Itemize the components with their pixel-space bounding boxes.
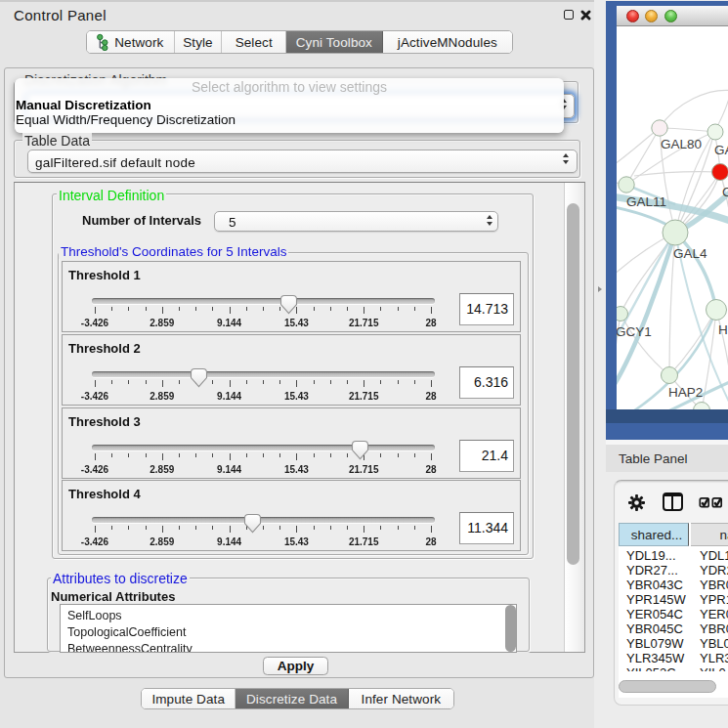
svg-text:GA: GA bbox=[714, 143, 728, 157]
svg-text:GAL4: GAL4 bbox=[673, 246, 707, 261]
svg-text:GCY1: GCY1 bbox=[617, 324, 652, 339]
svg-text:HAP2: HAP2 bbox=[668, 385, 703, 400]
svg-text:C: C bbox=[722, 185, 728, 199]
svg-text:GAL11: GAL11 bbox=[626, 194, 666, 209]
svg-text:H: H bbox=[718, 322, 728, 337]
svg-text:GAL80: GAL80 bbox=[661, 137, 702, 151]
